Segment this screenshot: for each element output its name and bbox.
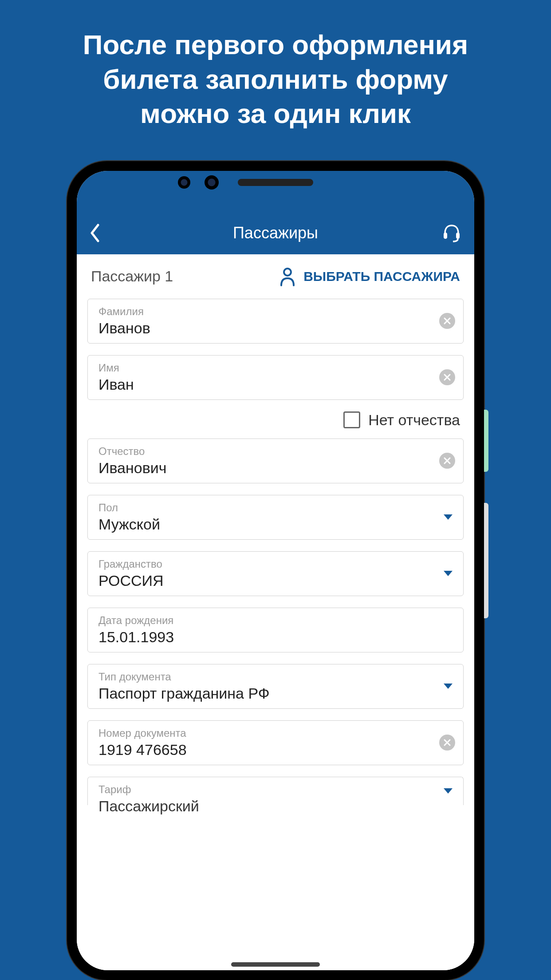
- promo-line-3: можно за один клик: [83, 96, 468, 131]
- promo-line-2: билета заполнить форму: [83, 62, 468, 97]
- surname-field[interactable]: Фамилия Иванов: [87, 299, 464, 344]
- doc-number-label: Номер документа: [98, 727, 453, 739]
- no-patronymic-row: Нет отчества: [87, 411, 464, 439]
- patronymic-value: Иванович: [98, 459, 453, 477]
- form-content[interactable]: Пассажир 1 ВЫБРАТЬ ПАССАЖИРА Фамилия Ива…: [77, 254, 474, 971]
- phone-screen: Пассажиры Пассажир 1 ВЫБРАТЬ ПА: [77, 171, 474, 971]
- name-label: Имя: [98, 362, 453, 374]
- no-patronymic-label: Нет отчества: [368, 411, 460, 429]
- no-patronymic-checkbox[interactable]: [343, 411, 360, 428]
- patronymic-field[interactable]: Отчество Иванович: [87, 439, 464, 483]
- surname-value: Иванов: [98, 320, 453, 337]
- surname-clear-button[interactable]: [439, 313, 455, 329]
- status-bar: [77, 171, 474, 212]
- close-icon: [443, 739, 451, 747]
- gender-value: Мужской: [98, 516, 453, 533]
- citizenship-value: РОССИЯ: [98, 572, 453, 589]
- citizenship-label: Гражданство: [98, 558, 453, 570]
- promo-line-1: После первого оформления: [83, 28, 468, 62]
- chevron-down-icon: [444, 684, 453, 689]
- support-button[interactable]: [441, 223, 462, 243]
- tariff-label: Тариф: [98, 783, 453, 796]
- birthdate-field[interactable]: Дата рождения 15.01.1993: [87, 608, 464, 652]
- name-value: Иван: [98, 376, 453, 393]
- svg-rect-1: [456, 233, 460, 239]
- doc-number-field[interactable]: Номер документа 1919 476658: [87, 720, 464, 765]
- citizenship-field[interactable]: Гражданство РОССИЯ: [87, 551, 464, 596]
- phone-side-button-2: [484, 503, 488, 618]
- promo-text: После первого оформления билета заполнит…: [65, 28, 486, 131]
- select-passenger-button[interactable]: ВЫБРАТЬ ПАССАЖИРА: [279, 267, 460, 286]
- chevron-down-icon: [444, 571, 453, 576]
- svg-point-2: [284, 269, 291, 276]
- doc-number-clear-button[interactable]: [439, 735, 455, 751]
- app-header: Пассажиры: [77, 212, 474, 254]
- doc-type-label: Тип документа: [98, 671, 453, 683]
- patronymic-label: Отчество: [98, 445, 453, 458]
- chevron-left-icon: [89, 223, 101, 243]
- chevron-down-icon: [444, 514, 453, 520]
- select-passenger-label: ВЫБРАТЬ ПАССАЖИРА: [303, 269, 460, 284]
- phone-camera-2: [205, 175, 219, 190]
- birthdate-label: Дата рождения: [98, 614, 453, 627]
- back-button[interactable]: [89, 223, 101, 243]
- gender-label: Пол: [98, 502, 453, 514]
- section-header: Пассажир 1 ВЫБРАТЬ ПАССАЖИРА: [87, 254, 464, 299]
- chevron-down-icon: [444, 788, 453, 794]
- name-field[interactable]: Имя Иван: [87, 355, 464, 400]
- passenger-section-label: Пассажир 1: [91, 268, 173, 285]
- name-clear-button[interactable]: [439, 369, 455, 385]
- headset-icon: [441, 223, 462, 243]
- phone-frame: Пассажиры Пассажир 1 ВЫБРАТЬ ПА: [67, 161, 484, 980]
- tariff-value: Пассажирский: [98, 798, 453, 815]
- svg-rect-0: [444, 233, 447, 239]
- doc-number-value: 1919 476658: [98, 741, 453, 759]
- birthdate-value: 15.01.1993: [98, 628, 453, 646]
- doc-type-value: Паспорт гражданина РФ: [98, 685, 453, 702]
- gender-field[interactable]: Пол Мужской: [87, 495, 464, 540]
- phone-camera-1: [178, 176, 190, 189]
- close-icon: [443, 317, 451, 325]
- tariff-field[interactable]: Тариф Пассажирский: [87, 777, 464, 805]
- phone-speaker: [238, 179, 313, 186]
- close-icon: [443, 457, 451, 465]
- person-icon: [279, 267, 296, 286]
- phone-side-button-1: [484, 410, 488, 472]
- doc-type-field[interactable]: Тип документа Паспорт гражданина РФ: [87, 664, 464, 709]
- surname-label: Фамилия: [98, 305, 453, 318]
- home-indicator: [231, 962, 320, 967]
- patronymic-clear-button[interactable]: [439, 453, 455, 469]
- close-icon: [443, 373, 451, 381]
- page-title: Пассажиры: [233, 224, 318, 242]
